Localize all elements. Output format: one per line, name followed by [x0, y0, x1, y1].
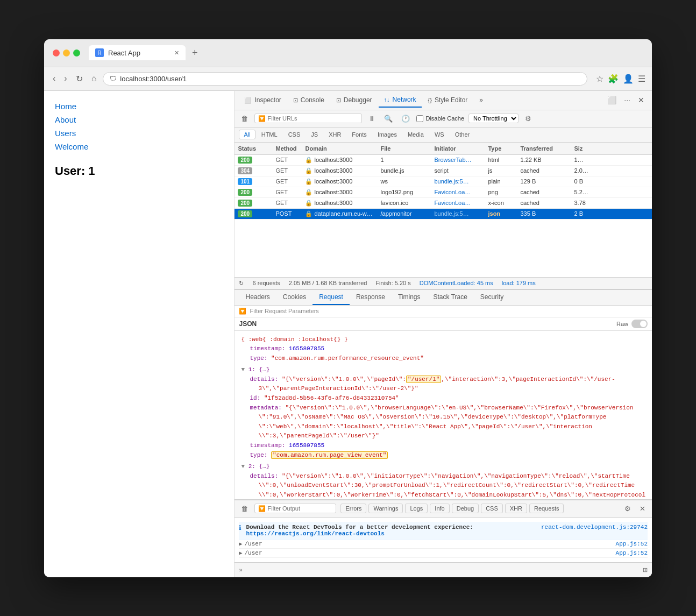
dock-toggle-button[interactable]: ⬜: [604, 94, 620, 107]
console-close-button[interactable]: ✕: [637, 504, 648, 514]
maximize-button[interactable]: [73, 49, 80, 56]
address-bar[interactable]: 🛡 localhost:3000/user/1: [103, 72, 587, 86]
dom-content-loaded[interactable]: DOMContentLoaded: 45 ms: [420, 280, 493, 286]
filter-output-input[interactable]: [254, 504, 336, 513]
filter-tab-ws[interactable]: WS: [430, 130, 449, 139]
page-nav: Home About Users Welcome: [55, 102, 223, 151]
row-initiator: BrowserTab…: [431, 155, 485, 165]
console-log-source[interactable]: App.js:52: [616, 550, 648, 556]
profiles-icon[interactable]: 👤: [623, 74, 634, 84]
home-button[interactable]: ⌂: [89, 72, 99, 86]
disable-cache-label[interactable]: Disable Cache: [416, 115, 464, 122]
row-status: 200: [235, 155, 272, 165]
nav-link-users[interactable]: Users: [55, 129, 223, 138]
console-tab-debug[interactable]: Debug: [452, 504, 479, 513]
console-source[interactable]: react-dom.development.js:29742: [541, 524, 648, 530]
table-row[interactable]: 200 GET 🔒localhost:3000 1 BrowserTab… ht…: [235, 155, 652, 166]
tab-console[interactable]: ⊡ Console: [288, 93, 330, 107]
tab-response[interactable]: Response: [350, 290, 392, 305]
filter-tab-fonts[interactable]: Fonts: [347, 130, 372, 139]
tab-security[interactable]: Security: [474, 290, 510, 305]
console-tab-logs[interactable]: Logs: [405, 504, 428, 513]
tab-headers[interactable]: Headers: [239, 290, 276, 305]
devtools-more-button[interactable]: ···: [621, 94, 634, 107]
load-time[interactable]: load: 179 ms: [502, 280, 536, 286]
bookmark-icon[interactable]: ☆: [596, 74, 603, 84]
disable-cache-checkbox[interactable]: [416, 115, 423, 122]
tab-inspector[interactable]: ⬜ Inspector: [239, 93, 286, 107]
filter-tab-images[interactable]: Images: [373, 130, 402, 139]
tab-cookies[interactable]: Cookies: [276, 290, 313, 305]
tab-timings[interactable]: Timings: [392, 290, 427, 305]
filter-tab-css[interactable]: CSS: [283, 130, 306, 139]
table-row[interactable]: 200 GET 🔒localhost:3000 favicon.ico Favi…: [235, 198, 652, 209]
back-button[interactable]: ‹: [51, 72, 58, 86]
filter-tab-html[interactable]: HTML: [257, 130, 282, 139]
console-tab-css[interactable]: CSS: [481, 504, 503, 513]
console-tab-xhr[interactable]: XHR: [505, 504, 527, 513]
tab-close-button[interactable]: ✕: [174, 49, 179, 56]
console-clear-button[interactable]: 🗑: [239, 504, 250, 514]
filter-tab-xhr[interactable]: XHR: [324, 130, 346, 139]
json-line: ▼ 1: {…}: [241, 365, 645, 375]
table-row-selected[interactable]: 200 POST 🔒dataplane.rum.eu-west-1… /appm…: [235, 209, 652, 220]
nav-link-about[interactable]: About: [55, 115, 223, 124]
menu-icon[interactable]: ☰: [638, 74, 645, 84]
collapse-toggle[interactable]: ▼: [241, 463, 248, 470]
minimize-button[interactable]: [63, 49, 70, 56]
network-settings-button[interactable]: ⚙: [523, 114, 534, 124]
console-tab-info[interactable]: Info: [430, 504, 449, 513]
devtools-close-button[interactable]: ✕: [635, 94, 648, 107]
filter-urls-input[interactable]: [254, 114, 362, 123]
row-status: 200: [235, 187, 272, 197]
forward-button[interactable]: ›: [62, 72, 69, 86]
tab-request[interactable]: Request: [313, 290, 350, 305]
reload-button[interactable]: ↻: [74, 72, 85, 86]
search-button[interactable]: 🔍: [382, 114, 395, 124]
tab-debugger[interactable]: ⊡ Debugger: [331, 93, 378, 107]
extensions-icon[interactable]: 🧩: [608, 74, 619, 84]
row-status: 101: [235, 176, 272, 187]
collapse-toggle[interactable]: ▼: [241, 366, 248, 373]
nav-link-welcome[interactable]: Welcome: [55, 142, 223, 151]
console-settings-button[interactable]: ⚙: [622, 504, 633, 514]
console-tab-errors[interactable]: Errors: [340, 504, 366, 513]
json-key: id:: [250, 395, 264, 401]
throttle-select[interactable]: No Throttling: [468, 114, 519, 123]
table-header: Status Method Domain File Initiator Type…: [235, 143, 652, 155]
clear-button[interactable]: 🗑: [239, 114, 250, 124]
json-value: \\":3,\"parentPageId\":\"/user\"}": [258, 433, 379, 439]
json-value: 3\",\"parentPageInteractionId\":\"/user-…: [258, 385, 418, 392]
browser-tab[interactable]: R React App ✕: [89, 45, 186, 60]
raw-toggle-switch[interactable]: [631, 320, 648, 328]
table-row[interactable]: 101 GET 🔒localhost:3000 ws bundle.js:5… …: [235, 176, 652, 187]
new-tab-button[interactable]: +: [192, 47, 198, 59]
table-row[interactable]: 200 GET 🔒localhost:3000 logo192.png Favi…: [235, 187, 652, 198]
console-tab-requests[interactable]: Requests: [529, 504, 564, 513]
nav-link-home[interactable]: Home: [55, 102, 223, 111]
json-line: \\":3,\"parentPageId\":\"/user\"}": [258, 431, 645, 441]
expand-icon[interactable]: »: [239, 567, 242, 573]
filter-tab-other[interactable]: Other: [450, 130, 475, 139]
tab-stack-trace[interactable]: Stack Trace: [427, 290, 474, 305]
devtools-link[interactable]: https://reactjs.org/link/react-devtools: [246, 530, 384, 537]
filter-tab-media[interactable]: Media: [403, 130, 429, 139]
tab-style-editor[interactable]: {} Style Editor: [423, 93, 473, 107]
request-detail-tabs: Headers Cookies Request Response Timings…: [235, 290, 652, 306]
console-tab-warnings[interactable]: Warnings: [368, 504, 403, 513]
json-line: 3\",\"parentPageInteractionId\":\"/user-…: [258, 384, 645, 394]
style-editor-tab-label: Style Editor: [435, 96, 467, 104]
tab-more[interactable]: »: [474, 93, 488, 107]
row-type: json: [485, 209, 517, 218]
tab-network[interactable]: ↑↓ Network: [379, 93, 422, 108]
layout-icon[interactable]: ⊞: [643, 567, 648, 573]
table-row[interactable]: 304 GET 🔒localhost:3000 bundle.js script…: [235, 166, 652, 176]
row-type: png: [485, 187, 517, 197]
close-button[interactable]: [53, 49, 60, 56]
filter-tab-all[interactable]: All: [239, 130, 255, 139]
clock-button[interactable]: 🕐: [399, 114, 412, 124]
console-log-source[interactable]: App.js:52: [616, 541, 648, 547]
filter-tab-js[interactable]: JS: [306, 130, 323, 139]
pause-button[interactable]: ⏸: [366, 114, 378, 124]
row-transferred: cached: [517, 166, 571, 175]
